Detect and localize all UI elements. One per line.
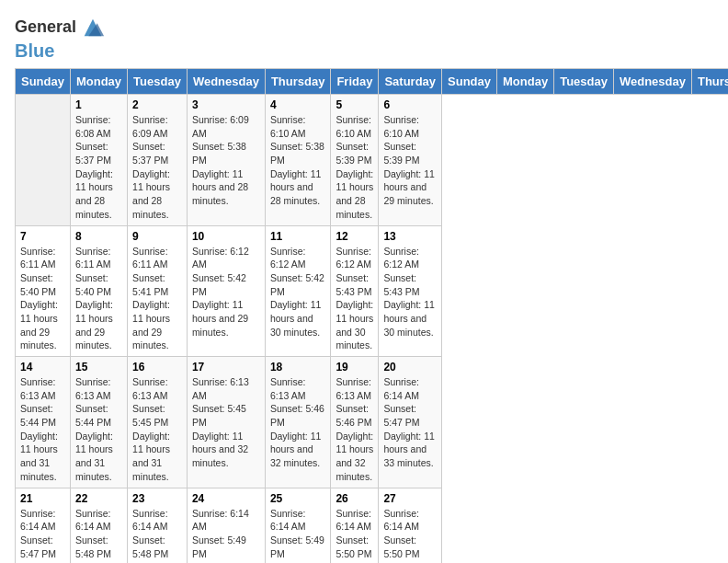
day-header-monday: Monday xyxy=(497,69,554,95)
calendar-cell: 5Sunrise: 6:10 AMSunset: 5:39 PMDaylight… xyxy=(331,95,379,226)
day-info: Sunrise: 6:14 AMSunset: 5:49 PMDaylight:… xyxy=(270,507,326,564)
day-info: Sunrise: 6:13 AMSunset: 5:46 PMDaylight:… xyxy=(336,375,373,484)
day-info: Sunrise: 6:14 AMSunset: 5:48 PMDaylight:… xyxy=(132,507,182,564)
calendar-cell: 24Sunrise: 6:14 AMSunset: 5:49 PMDayligh… xyxy=(187,488,265,563)
day-info: Sunrise: 6:11 AMSunset: 5:41 PMDaylight:… xyxy=(132,245,182,353)
calendar-cell: 10Sunrise: 6:12 AMSunset: 5:42 PMDayligh… xyxy=(187,225,265,357)
day-info: Sunrise: 6:13 AMSunset: 5:44 PMDaylight:… xyxy=(20,375,65,484)
day-header-thursday: Thursday xyxy=(265,69,331,95)
day-number: 19 xyxy=(336,361,373,373)
day-info: Sunrise: 6:12 AMSunset: 5:42 PMDaylight:… xyxy=(270,245,326,339)
calendar-cell: 21Sunrise: 6:14 AMSunset: 5:47 PMDayligh… xyxy=(16,488,71,563)
calendar-cell: 6Sunrise: 6:10 AMSunset: 5:39 PMDaylight… xyxy=(379,95,442,226)
calendar-cell: 8Sunrise: 6:11 AMSunset: 5:40 PMDaylight… xyxy=(70,225,127,357)
logo: General Blue xyxy=(15,15,106,61)
calendar-cell: 19Sunrise: 6:13 AMSunset: 5:46 PMDayligh… xyxy=(331,357,379,488)
logo-blue-text: Blue xyxy=(15,40,54,61)
calendar-cell: 26Sunrise: 6:14 AMSunset: 5:50 PMDayligh… xyxy=(331,488,379,563)
day-header-saturday: Saturday xyxy=(379,69,442,95)
day-info: Sunrise: 6:10 AMSunset: 5:38 PMDaylight:… xyxy=(270,113,326,208)
day-info: Sunrise: 6:12 AMSunset: 5:42 PMDaylight:… xyxy=(192,245,260,339)
calendar-cell: 7Sunrise: 6:11 AMSunset: 5:40 PMDaylight… xyxy=(16,225,71,357)
day-header-tuesday: Tuesday xyxy=(128,69,188,95)
day-number: 5 xyxy=(336,98,373,111)
day-info: Sunrise: 6:14 AMSunset: 5:49 PMDaylight:… xyxy=(192,507,260,564)
calendar-cell: 22Sunrise: 6:14 AMSunset: 5:48 PMDayligh… xyxy=(70,488,127,563)
day-info: Sunrise: 6:14 AMSunset: 5:47 PMDaylight:… xyxy=(383,375,437,470)
day-header-sunday: Sunday xyxy=(16,69,71,95)
day-number: 15 xyxy=(75,361,122,373)
day-number: 10 xyxy=(192,230,260,243)
calendar-header-row: SundayMondayTuesdayWednesdayThursdayFrid… xyxy=(16,69,729,95)
day-number: 21 xyxy=(20,492,65,505)
day-number: 20 xyxy=(383,361,437,373)
day-number: 12 xyxy=(336,230,373,243)
day-number: 7 xyxy=(20,230,65,243)
day-info: Sunrise: 6:13 AMSunset: 5:46 PMDaylight:… xyxy=(270,375,326,470)
day-info: Sunrise: 6:09 AMSunset: 5:38 PMDaylight:… xyxy=(192,113,260,208)
day-number: 26 xyxy=(336,492,373,505)
day-number: 9 xyxy=(132,230,182,243)
calendar-cell: 15Sunrise: 6:13 AMSunset: 5:44 PMDayligh… xyxy=(70,357,127,488)
page-header: General Blue xyxy=(15,15,713,61)
day-number: 16 xyxy=(132,361,182,373)
calendar-week-row: 1Sunrise: 6:08 AMSunset: 5:37 PMDaylight… xyxy=(16,95,729,226)
day-number: 8 xyxy=(75,230,122,243)
day-info: Sunrise: 6:10 AMSunset: 5:39 PMDaylight:… xyxy=(383,113,437,208)
calendar-week-row: 7Sunrise: 6:11 AMSunset: 5:40 PMDaylight… xyxy=(16,225,729,357)
day-number: 24 xyxy=(192,492,260,505)
day-info: Sunrise: 6:11 AMSunset: 5:40 PMDaylight:… xyxy=(20,245,65,353)
day-info: Sunrise: 6:09 AMSunset: 5:37 PMDaylight:… xyxy=(132,113,182,222)
logo-text: General xyxy=(15,18,76,37)
day-number: 18 xyxy=(270,361,326,373)
calendar-cell: 14Sunrise: 6:13 AMSunset: 5:44 PMDayligh… xyxy=(16,357,71,488)
calendar-cell: 25Sunrise: 6:14 AMSunset: 5:49 PMDayligh… xyxy=(265,488,331,563)
day-info: Sunrise: 6:08 AMSunset: 5:37 PMDaylight:… xyxy=(75,113,122,222)
day-info: Sunrise: 6:10 AMSunset: 5:39 PMDaylight:… xyxy=(336,113,373,222)
calendar-cell: 3Sunrise: 6:09 AMSunset: 5:38 PMDaylight… xyxy=(187,95,265,226)
day-header-sunday: Sunday xyxy=(442,69,497,95)
day-number: 14 xyxy=(20,361,65,373)
calendar-cell: 4Sunrise: 6:10 AMSunset: 5:38 PMDaylight… xyxy=(265,95,331,226)
day-header-monday: Monday xyxy=(70,69,127,95)
calendar-cell: 12Sunrise: 6:12 AMSunset: 5:43 PMDayligh… xyxy=(331,225,379,357)
calendar-cell: 23Sunrise: 6:14 AMSunset: 5:48 PMDayligh… xyxy=(128,488,188,563)
day-info: Sunrise: 6:14 AMSunset: 5:47 PMDaylight:… xyxy=(20,507,65,564)
calendar-cell: 11Sunrise: 6:12 AMSunset: 5:42 PMDayligh… xyxy=(265,225,331,357)
day-number: 22 xyxy=(75,492,122,505)
day-header-tuesday: Tuesday xyxy=(554,69,614,95)
day-info: Sunrise: 6:14 AMSunset: 5:48 PMDaylight:… xyxy=(75,507,122,564)
day-number: 27 xyxy=(383,492,437,505)
day-info: Sunrise: 6:14 AMSunset: 5:50 PMDaylight:… xyxy=(383,507,437,564)
day-info: Sunrise: 6:12 AMSunset: 5:43 PMDaylight:… xyxy=(383,245,437,339)
day-number: 4 xyxy=(270,98,326,111)
day-info: Sunrise: 6:12 AMSunset: 5:43 PMDaylight:… xyxy=(336,245,373,353)
day-info: Sunrise: 6:11 AMSunset: 5:40 PMDaylight:… xyxy=(75,245,122,353)
calendar-week-row: 14Sunrise: 6:13 AMSunset: 5:44 PMDayligh… xyxy=(16,357,729,488)
day-number: 25 xyxy=(270,492,326,505)
day-number: 6 xyxy=(383,98,437,111)
day-header-friday: Friday xyxy=(331,69,379,95)
calendar-cell: 20Sunrise: 6:14 AMSunset: 5:47 PMDayligh… xyxy=(379,357,442,488)
calendar-week-row: 21Sunrise: 6:14 AMSunset: 5:47 PMDayligh… xyxy=(16,488,729,563)
day-number: 17 xyxy=(192,361,260,373)
calendar-cell: 18Sunrise: 6:13 AMSunset: 5:46 PMDayligh… xyxy=(265,357,331,488)
day-info: Sunrise: 6:13 AMSunset: 5:45 PMDaylight:… xyxy=(192,375,260,470)
day-info: Sunrise: 6:14 AMSunset: 5:50 PMDaylight:… xyxy=(336,507,373,564)
day-info: Sunrise: 6:13 AMSunset: 5:45 PMDaylight:… xyxy=(132,375,182,484)
day-header-thursday: Thursday xyxy=(691,69,728,95)
day-header-wednesday: Wednesday xyxy=(187,69,265,95)
calendar-cell: 2Sunrise: 6:09 AMSunset: 5:37 PMDaylight… xyxy=(128,95,188,226)
calendar-table: SundayMondayTuesdayWednesdayThursdayFrid… xyxy=(15,68,728,563)
calendar-cell: 9Sunrise: 6:11 AMSunset: 5:41 PMDaylight… xyxy=(128,225,188,357)
logo-icon xyxy=(80,15,106,40)
day-number: 23 xyxy=(132,492,182,505)
day-header-wednesday: Wednesday xyxy=(613,69,691,95)
calendar-cell: 1Sunrise: 6:08 AMSunset: 5:37 PMDaylight… xyxy=(70,95,127,226)
day-number: 2 xyxy=(132,98,182,111)
calendar-cell: 27Sunrise: 6:14 AMSunset: 5:50 PMDayligh… xyxy=(379,488,442,563)
day-info: Sunrise: 6:13 AMSunset: 5:44 PMDaylight:… xyxy=(75,375,122,484)
calendar-cell: 13Sunrise: 6:12 AMSunset: 5:43 PMDayligh… xyxy=(379,225,442,357)
day-number: 3 xyxy=(192,98,260,111)
day-number: 1 xyxy=(75,98,122,111)
